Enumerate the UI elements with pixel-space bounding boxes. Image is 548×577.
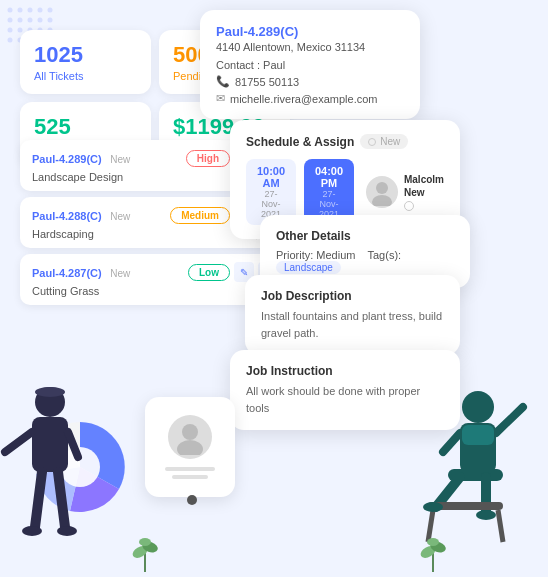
paul-info-card: Paul-4.289(C) 4140 Allentown, Mexico 311…: [200, 10, 420, 119]
svg-point-7: [28, 18, 33, 23]
svg-point-34: [462, 391, 494, 423]
ticket-status-2: New: [110, 211, 130, 222]
svg-point-6: [18, 18, 23, 23]
paul-email: michelle.rivera@example.com: [230, 93, 378, 105]
ticket-name-3: Cutting Grass: [32, 285, 99, 297]
tags-label: Tag(s):: [368, 249, 402, 261]
other-details-row: Priority: Medium Tag(s): Landscape: [276, 249, 454, 274]
end-time-value: 04:00 PM: [314, 165, 344, 189]
all-tickets-card: 1025 All Tickets: [20, 30, 151, 94]
all-tickets-label: All Tickets: [34, 70, 137, 82]
paul-phone: 81755 50113: [235, 76, 299, 88]
job-description-card: Job Description Install fountains and pl…: [245, 275, 460, 355]
svg-point-50: [139, 538, 151, 546]
priority-badge-low: Low: [188, 264, 230, 281]
tag-value: Landscape: [276, 261, 341, 274]
svg-point-44: [423, 502, 443, 512]
svg-point-2: [28, 8, 33, 13]
svg-rect-26: [32, 417, 68, 472]
person-standing: [0, 377, 100, 567]
paul-card-address: 4140 Allentown, Mexico 31134: [216, 41, 404, 53]
priority-text: Priority: Medium: [276, 249, 355, 261]
svg-point-20: [376, 182, 388, 194]
profile-avatar: [168, 415, 212, 459]
schedule-title: Schedule & Assign: [246, 135, 354, 149]
completed-tickets-number: 525: [34, 114, 137, 140]
phone-icon: 📞: [216, 75, 230, 88]
job-instruction-text: All work should be done with proper tool…: [246, 383, 444, 416]
svg-point-54: [427, 538, 439, 546]
ticket-id-2: Paul-4.288(C): [32, 210, 102, 222]
job-description-text: Install fountains and plant tress, build…: [261, 308, 444, 341]
svg-line-29: [35, 472, 42, 527]
svg-line-43: [498, 510, 503, 542]
paul-card-title: Paul-4.289(C): [216, 24, 404, 39]
svg-point-31: [22, 526, 42, 536]
svg-point-4: [48, 8, 53, 13]
profile-line-2: [172, 475, 208, 479]
svg-point-9: [48, 18, 53, 23]
plant-left-icon: [130, 532, 160, 572]
ticket-name-2: Hardscaping: [32, 228, 94, 240]
svg-point-0: [8, 8, 13, 13]
job-description-title: Job Description: [261, 289, 444, 303]
priority-badge-medium: Medium: [170, 207, 230, 224]
start-time-value: 10:00 AM: [256, 165, 286, 189]
svg-point-3: [38, 8, 43, 13]
contact-label: Contact : Paul: [216, 59, 285, 71]
email-icon: ✉: [216, 92, 225, 105]
assignee-avatar: [366, 176, 398, 208]
priority-badge-high: High: [186, 150, 230, 167]
assignee-radio: [404, 201, 414, 211]
profile-lines: [165, 467, 215, 479]
ticket-name-1: Landscape Design: [32, 171, 123, 183]
svg-rect-46: [462, 425, 494, 445]
svg-line-37: [443, 433, 460, 452]
svg-point-32: [57, 526, 77, 536]
svg-line-27: [5, 432, 32, 452]
all-tickets-number: 1025: [34, 42, 137, 68]
svg-point-24: [177, 440, 203, 455]
svg-point-23: [182, 424, 198, 440]
ticket-status-3: New: [110, 268, 130, 279]
other-details-title: Other Details: [276, 229, 454, 243]
ticket-id-1: Paul-4.289(C): [32, 153, 102, 165]
svg-point-45: [476, 510, 496, 520]
svg-line-30: [58, 472, 65, 527]
ticket-id-3: Paul-4.287(C): [32, 267, 102, 279]
svg-point-8: [38, 18, 43, 23]
plant-right-icon: [418, 532, 448, 572]
svg-point-21: [372, 195, 392, 206]
svg-point-1: [18, 8, 23, 13]
profile-line-1: [165, 467, 215, 471]
assignee-section: MalcolmNew: [366, 173, 444, 211]
connector-dot: [187, 495, 197, 505]
assignee-name: MalcolmNew: [404, 173, 444, 199]
ticket-status-1: New: [110, 154, 130, 165]
svg-line-28: [68, 432, 78, 457]
svg-point-33: [35, 387, 65, 397]
svg-line-36: [496, 407, 523, 433]
job-instruction-title: Job Instruction: [246, 364, 444, 378]
svg-point-15: [8, 38, 13, 43]
svg-point-10: [8, 28, 13, 33]
new-badge-label: New: [380, 136, 400, 147]
profile-card: [145, 397, 235, 497]
svg-point-5: [8, 18, 13, 23]
new-dot-icon: [368, 138, 376, 146]
main-container: 1025 All Tickets 500 Pending Tickets 525…: [0, 0, 548, 577]
